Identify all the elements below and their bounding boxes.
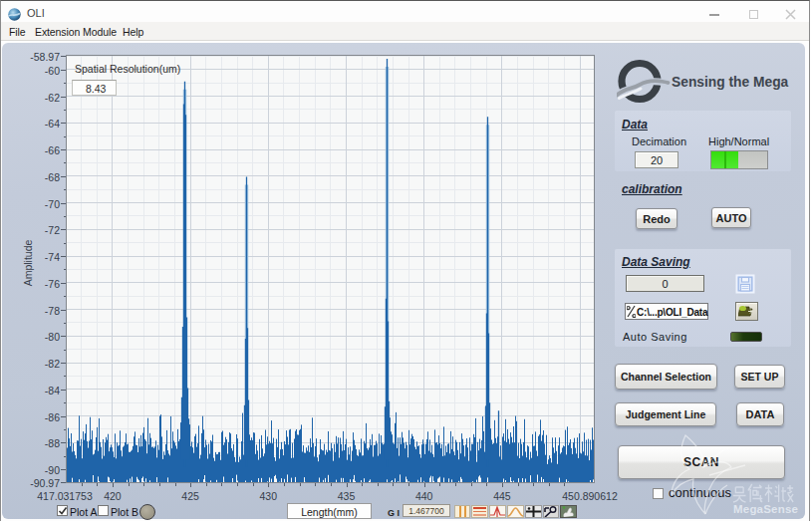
- svg-text:MegaSense: MegaSense: [733, 503, 798, 515]
